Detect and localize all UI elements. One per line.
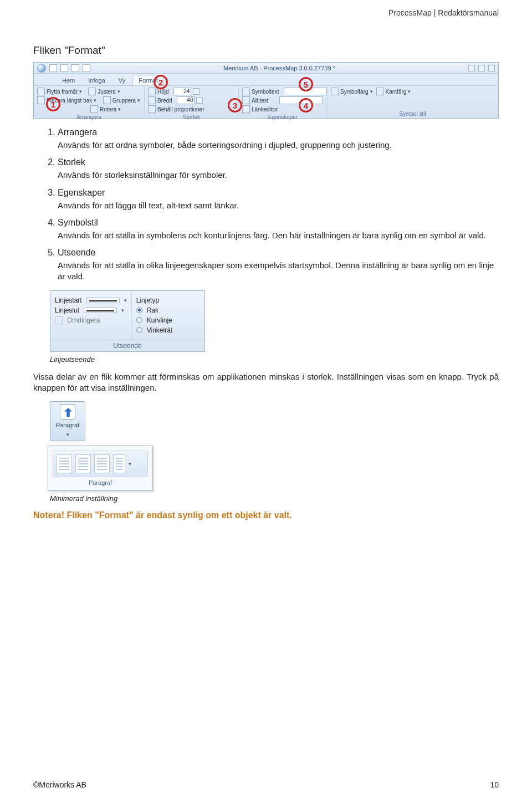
label: Symbolfärg bbox=[340, 89, 369, 95]
align-icon bbox=[88, 88, 96, 95]
chevron-down-icon: ▾ bbox=[66, 432, 69, 437]
callout-5: 5 bbox=[299, 77, 313, 91]
spin-icon bbox=[193, 88, 200, 95]
paragraph: Vissa delar av en flik kommer att förmin… bbox=[33, 371, 499, 394]
paragraf-minimized-button: Paragraf ▾ bbox=[50, 401, 85, 441]
group-icon bbox=[103, 96, 111, 104]
link-icon bbox=[242, 105, 250, 113]
radio-vinkelrat bbox=[136, 327, 142, 333]
label: Flytta framåt bbox=[47, 89, 78, 95]
list-item: Symbolstil Används för att ställa in sym… bbox=[58, 218, 499, 241]
label: Linjestart bbox=[55, 296, 82, 304]
label: Kurvlinje bbox=[147, 316, 172, 324]
label: Vinkelrät bbox=[147, 326, 172, 334]
paragraf-label: Paragraf bbox=[50, 422, 85, 428]
rotate-icon bbox=[90, 105, 98, 113]
label: Alt.text bbox=[252, 98, 269, 104]
radio-rak bbox=[136, 307, 142, 313]
lineend-sample bbox=[84, 308, 117, 313]
list-item: Storlek Används för storleksinställninga… bbox=[58, 157, 499, 181]
quick-access-icon bbox=[49, 64, 57, 72]
symboltext-icon bbox=[242, 88, 250, 95]
linjeutseende-panel: Linjestart▾ Linjeslut▾ Omdirigera Linjet… bbox=[50, 290, 205, 352]
popout-caption: Paragraf bbox=[53, 477, 148, 486]
group-caption: Egenskaper bbox=[242, 113, 324, 121]
down-arrow-icon bbox=[60, 404, 75, 420]
item-body: Används för att ordna symboler, både sor… bbox=[58, 140, 499, 151]
maximize-icon bbox=[478, 65, 485, 71]
bring-forward-icon bbox=[37, 88, 45, 95]
label: Linjetyp bbox=[136, 296, 159, 304]
radio-kurvlinje bbox=[136, 317, 142, 323]
group-caption: Symbol stil bbox=[331, 110, 494, 118]
label: Kantfärg bbox=[386, 89, 407, 95]
label: Symboltext bbox=[252, 89, 279, 95]
label: Omdirigera bbox=[67, 316, 100, 324]
send-back-icon bbox=[37, 96, 45, 104]
height-icon bbox=[148, 88, 156, 95]
height-input: 24 bbox=[173, 88, 191, 95]
paragraf-popout: ▾ Paragraf bbox=[48, 446, 153, 491]
list-item: Arrangera Används för att ordna symboler… bbox=[58, 127, 499, 151]
panel-caption: Utseende bbox=[50, 340, 204, 351]
label: Höjd bbox=[157, 89, 169, 95]
group-caption: Arrangera bbox=[37, 113, 141, 121]
footer-right: 10 bbox=[490, 780, 499, 789]
label: Linjeslut bbox=[55, 306, 79, 314]
item-body: Används för att lägga till text, alt-tex… bbox=[58, 200, 499, 211]
callout-4: 4 bbox=[299, 98, 313, 112]
lock-aspect-icon bbox=[148, 105, 156, 113]
tab-infoga: Infoga bbox=[82, 75, 111, 85]
callout-2: 2 bbox=[154, 75, 168, 89]
redirect-icon bbox=[55, 316, 63, 324]
label: Bredd bbox=[157, 98, 172, 104]
ordered-list: Arrangera Används för att ordna symboler… bbox=[33, 127, 499, 283]
label: Behåll proportioner bbox=[157, 106, 204, 112]
item-title: Symbolstil bbox=[58, 218, 499, 228]
ribbon-screenshot: Meridium AB - ProcessMap 3.0.0.27739 * H… bbox=[33, 62, 499, 119]
item-body: Används för storleksinställningar för sy… bbox=[58, 170, 499, 181]
note-text: Notera! Fliken "Format" är endast synlig… bbox=[33, 510, 499, 520]
group-caption: Storlek bbox=[148, 113, 235, 121]
tab-vy: Vy bbox=[112, 75, 131, 85]
window-title: Meridium AB - ProcessMap 3.0.0.27739 * bbox=[94, 65, 465, 71]
figure-caption: Linjeutseende bbox=[50, 355, 499, 364]
label: Länkeditor bbox=[252, 106, 278, 112]
tab-hem: Hem bbox=[56, 75, 81, 85]
text-style-icon bbox=[113, 454, 125, 473]
item-title: Arrangera bbox=[58, 127, 499, 137]
align-center-icon bbox=[75, 454, 91, 473]
label: Gruppera bbox=[112, 98, 136, 104]
quick-access-icon bbox=[60, 64, 68, 72]
callout-3: 3 bbox=[228, 98, 242, 112]
minimize-icon bbox=[468, 65, 475, 71]
width-input: 40 bbox=[177, 96, 195, 104]
item-title: Storlek bbox=[58, 157, 499, 167]
item-body: Används för att ställa in olika linjeege… bbox=[58, 260, 499, 283]
symbol-color-icon bbox=[331, 88, 339, 95]
section-title: Fliken "Format" bbox=[33, 44, 499, 57]
width-icon bbox=[148, 96, 156, 104]
linestart-sample bbox=[86, 298, 120, 303]
label: Rak bbox=[147, 306, 158, 314]
spin-icon bbox=[196, 97, 203, 104]
close-icon bbox=[488, 65, 495, 71]
list-item: Utseende Används för att ställa in olika… bbox=[58, 248, 499, 283]
callout-1: 1 bbox=[46, 97, 60, 111]
label: Rotera bbox=[100, 106, 116, 112]
footer-left: ©Meriworks AB bbox=[33, 780, 86, 789]
label: Justera bbox=[98, 89, 116, 95]
chevron-down-icon: ▾ bbox=[129, 461, 131, 467]
border-color-icon bbox=[376, 88, 384, 95]
quick-access-icon bbox=[71, 64, 79, 72]
item-title: Utseende bbox=[58, 248, 499, 258]
quick-access-icon bbox=[83, 64, 90, 72]
list-item: Egenskaper Används för att lägga till te… bbox=[58, 188, 499, 211]
item-title: Egenskaper bbox=[58, 188, 499, 198]
align-left-icon bbox=[57, 454, 72, 473]
app-orb-icon bbox=[37, 64, 46, 73]
item-body: Används för att ställa in symbolens och … bbox=[58, 230, 499, 241]
figure-caption: Minimerad inställning bbox=[50, 494, 499, 503]
alttext-icon bbox=[242, 96, 250, 104]
header-right: ProcessMap | Redaktörsmanual bbox=[388, 8, 499, 17]
